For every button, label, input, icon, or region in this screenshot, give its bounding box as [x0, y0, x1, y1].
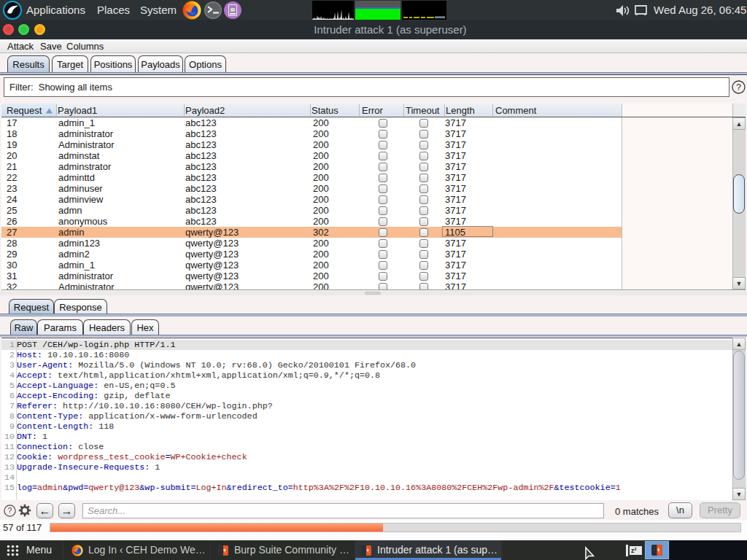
svg-text:?: ?: [736, 82, 741, 93]
svg-text:z²: z²: [631, 547, 637, 554]
svg-text:?: ?: [8, 506, 12, 515]
